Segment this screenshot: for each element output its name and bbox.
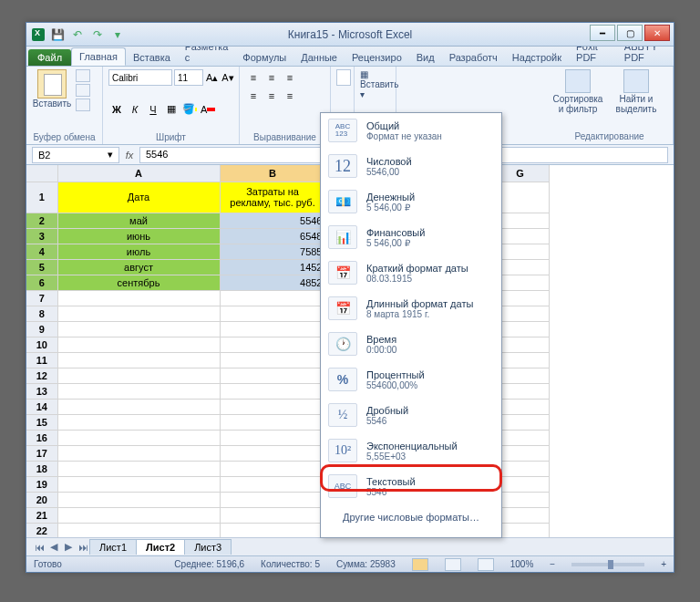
- zoom-in-icon[interactable]: +: [661, 559, 666, 569]
- sheet-nav-prev-icon[interactable]: ◀: [46, 540, 61, 555]
- cell[interactable]: 5546: [220, 213, 325, 228]
- row-header[interactable]: 22: [26, 523, 57, 537]
- cell[interactable]: [57, 414, 220, 430]
- qat-save-icon[interactable]: 💾: [50, 27, 65, 42]
- cell[interactable]: [57, 399, 220, 414]
- align-bottom-icon[interactable]: ≡: [282, 69, 298, 86]
- row-header[interactable]: 13: [26, 383, 57, 399]
- paste-button[interactable]: Вставить: [32, 69, 72, 111]
- number-format-option[interactable]: 💶 Денежный5 546,00 ₽: [321, 184, 501, 220]
- qat-redo-icon[interactable]: ↷: [90, 27, 105, 42]
- qat-undo-icon[interactable]: ↶: [70, 27, 85, 42]
- close-button[interactable]: ✕: [644, 25, 670, 41]
- sort-filter-button[interactable]: Сортировка и фильтр: [550, 69, 606, 114]
- cell[interactable]: [57, 430, 220, 445]
- view-pagebreak-icon[interactable]: [478, 558, 494, 571]
- fx-icon[interactable]: fx: [119, 150, 139, 161]
- tab-view[interactable]: Вид: [409, 49, 442, 66]
- row-header[interactable]: 2: [26, 213, 57, 228]
- align-center-icon[interactable]: ≡: [263, 88, 280, 104]
- sheet-nav-last-icon[interactable]: ⏭: [76, 540, 90, 555]
- row-header[interactable]: 1: [26, 182, 57, 213]
- zoom-out-icon[interactable]: −: [550, 559, 555, 569]
- align-middle-icon[interactable]: ≡: [263, 69, 280, 86]
- copy-icon[interactable]: [76, 84, 90, 97]
- align-left-icon[interactable]: ≡: [245, 88, 262, 104]
- sheet-tab-2[interactable]: Лист2: [136, 539, 185, 555]
- row-header[interactable]: 18: [26, 461, 57, 476]
- view-layout-icon[interactable]: [445, 558, 461, 571]
- column-header[interactable]: B: [220, 165, 325, 182]
- fill-color-button[interactable]: 🪣: [181, 101, 198, 118]
- number-format-option[interactable]: 📅 Длинный формат даты8 марта 1915 г.: [321, 291, 501, 327]
- row-header[interactable]: 21: [26, 507, 57, 523]
- italic-button[interactable]: К: [127, 101, 143, 118]
- font-color-button[interactable]: A: [200, 101, 216, 118]
- number-format-option[interactable]: 📊 Финансовый5 546,00 ₽: [321, 220, 501, 255]
- cell[interactable]: [57, 523, 220, 537]
- column-header[interactable]: A: [57, 165, 220, 182]
- cell[interactable]: [220, 321, 325, 337]
- cell[interactable]: июль: [57, 244, 220, 259]
- cell[interactable]: [57, 337, 220, 352]
- number-format-option[interactable]: 10² Экспоненциальный5,55E+03: [321, 433, 501, 469]
- row-header[interactable]: 10: [26, 337, 57, 352]
- cell[interactable]: 4852: [220, 275, 325, 290]
- cell[interactable]: [220, 492, 325, 507]
- font-size-combo[interactable]: [174, 69, 203, 86]
- tab-data[interactable]: Данные: [293, 49, 345, 66]
- number-format-combo[interactable]: [336, 69, 351, 86]
- cell[interactable]: [220, 430, 325, 445]
- cell[interactable]: [57, 352, 220, 368]
- tab-home[interactable]: Главная: [71, 47, 126, 66]
- cell[interactable]: июнь: [57, 228, 220, 244]
- cell[interactable]: [220, 507, 325, 523]
- tab-file[interactable]: Файл: [28, 49, 71, 66]
- font-name-combo[interactable]: [108, 69, 172, 86]
- sheet-tab-3[interactable]: Лист3: [184, 539, 232, 555]
- row-header[interactable]: 12: [26, 368, 57, 383]
- cell[interactable]: [57, 383, 220, 399]
- align-right-icon[interactable]: ≡: [282, 88, 298, 104]
- row-header[interactable]: 20: [26, 492, 57, 507]
- cut-icon[interactable]: [76, 69, 90, 82]
- cell[interactable]: [220, 368, 325, 383]
- cell[interactable]: [220, 476, 325, 492]
- cell[interactable]: Дата: [57, 182, 220, 213]
- cell[interactable]: [57, 507, 220, 523]
- align-top-icon[interactable]: ≡: [245, 69, 262, 86]
- sheet-nav-first-icon[interactable]: ⏮: [32, 540, 46, 555]
- cell[interactable]: [220, 337, 325, 352]
- row-header[interactable]: 9: [26, 321, 57, 337]
- number-format-option[interactable]: % Процентный554600,00%: [321, 362, 501, 398]
- more-number-formats[interactable]: Другие числовые форматы…: [321, 504, 501, 537]
- cell[interactable]: 7585: [220, 244, 325, 259]
- tab-addins[interactable]: Надстройк: [505, 49, 569, 66]
- tab-review[interactable]: Рецензиро: [345, 49, 409, 66]
- sheet-nav-next-icon[interactable]: ▶: [61, 540, 76, 555]
- grow-font-icon[interactable]: A▴: [205, 69, 219, 86]
- row-header[interactable]: 19: [26, 476, 57, 492]
- minimize-button[interactable]: ━: [590, 25, 615, 41]
- cell[interactable]: [220, 461, 325, 476]
- tab-formulas[interactable]: Формулы: [235, 49, 293, 66]
- cell[interactable]: август: [57, 259, 220, 275]
- zoom-level[interactable]: 100%: [510, 559, 534, 569]
- row-header[interactable]: 17: [26, 445, 57, 461]
- row-header[interactable]: 16: [26, 430, 57, 445]
- cell[interactable]: [220, 290, 325, 306]
- cell[interactable]: [57, 306, 220, 321]
- find-select-button[interactable]: Найти и выделить: [608, 69, 664, 114]
- cell[interactable]: [220, 445, 325, 461]
- cell[interactable]: май: [57, 213, 220, 228]
- maximize-button[interactable]: ▢: [617, 25, 643, 41]
- view-normal-icon[interactable]: [412, 558, 428, 571]
- number-format-option[interactable]: 🕐 Время0:00:00: [321, 327, 501, 362]
- cell[interactable]: сентябрь: [57, 275, 220, 290]
- cell[interactable]: Затраты нарекламу, тыс. руб.: [220, 182, 325, 213]
- cell[interactable]: 1452: [220, 259, 325, 275]
- row-header[interactable]: 15: [26, 414, 57, 430]
- shrink-font-icon[interactable]: A▾: [221, 69, 234, 86]
- border-button[interactable]: ▦: [163, 101, 180, 118]
- row-header[interactable]: 3: [26, 228, 57, 244]
